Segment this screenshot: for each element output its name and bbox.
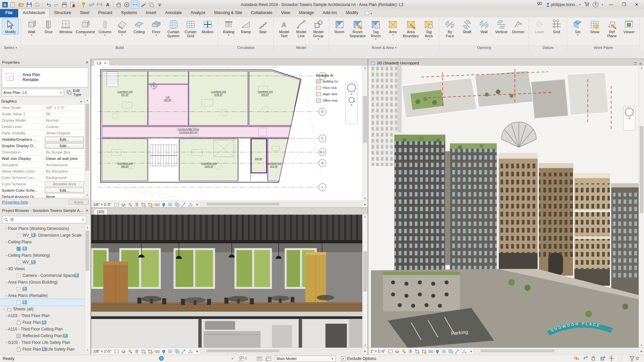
- property-row-color-scheme[interactable]: Color SchemeRentable Area: [0, 181, 85, 187]
- property-row-detail-level[interactable]: Detail LevelCoarse: [0, 124, 85, 130]
- property-row-system-color-sche[interactable]: System Color Sche...Edit...: [0, 187, 85, 194]
- sun-path-icon[interactable]: [127, 202, 133, 207]
- property-row-parts-visibility[interactable]: Parts VisibilityShow Original: [0, 130, 85, 136]
- view-scale-label[interactable]: 1/8" = 1'-0": [93, 202, 111, 206]
- tree-item-sheets-all[interactable]: −Sheets (all): [0, 306, 85, 312]
- design-options-icon[interactable]: [266, 356, 271, 361]
- reveal-hidden-icon[interactable]: [154, 349, 160, 354]
- tree-item-a110-third-floor-ceiling-plan[interactable]: −A110 - Third Floor Ceiling Plan: [0, 326, 85, 333]
- exclude-options-checkbox[interactable]: ✓ Exclude Options: [341, 356, 376, 361]
- signed-in-user[interactable]: philippe.bonn...▾: [546, 2, 581, 7]
- shadows-icon[interactable]: [134, 202, 140, 207]
- tab-analyze[interactable]: Analyze: [186, 9, 210, 17]
- sync-status-icon[interactable]: [618, 356, 623, 362]
- ribbon-button-model-group[interactable]: ModelGroup▾: [310, 18, 327, 41]
- panel-label-work-plane[interactable]: Work Plane: [567, 45, 639, 50]
- close-button[interactable]: ✕: [632, 1, 641, 8]
- text-note-icon[interactable]: A: [104, 1, 111, 8]
- isolate-icon[interactable]: [168, 349, 173, 354]
- ribbon-button-room-separator[interactable]: RoomSeparator: [348, 18, 367, 39]
- browser-search-box[interactable]: l3 ✕: [2, 216, 87, 223]
- project-browser-header[interactable]: Project Browser - Snowdon Towers Sample …: [0, 207, 91, 214]
- ribbon-button-curtain-system[interactable]: CurtainSystem: [165, 18, 182, 39]
- tree-item-ceiling-plans[interactable]: −Ceiling Plans: [0, 239, 85, 245]
- temporary-hide-icon[interactable]: [161, 349, 167, 354]
- scroll-right-icon[interactable]: ►: [363, 349, 368, 354]
- property-row-graphic-display-o[interactable]: Graphic Display O...Edit...: [0, 143, 85, 149]
- move-icon[interactable]: [609, 356, 614, 362]
- tab-collaborate[interactable]: Collaborate: [247, 9, 277, 17]
- tree-item-wv-l3[interactable]: WV_L3: [0, 259, 85, 265]
- temporary-hide-icon[interactable]: [435, 349, 440, 354]
- horizontal-scrollbar[interactable]: [200, 202, 362, 207]
- open-icon[interactable]: [17, 1, 25, 8]
- tree-item-floor-plan-l3[interactable]: Floor Plan: L3: [0, 319, 85, 326]
- reveal-constraints-icon[interactable]: [188, 202, 194, 207]
- properties-help-link[interactable]: Properties help: [2, 200, 28, 204]
- property-row-color-scheme-loc[interactable]: Color Scheme Loc...Background: [0, 175, 85, 181]
- ribbon-button-railing[interactable]: Railing▾: [220, 18, 237, 37]
- visual-style-icon[interactable]: [121, 349, 126, 354]
- sync-icon[interactable]: [34, 1, 41, 8]
- area-tag[interactable]: Corridor/Utility (FloorCommon) 841 SF: [177, 128, 199, 134]
- tree-item-reflected-ceiling-plan-l3[interactable]: Reflected Ceiling Plan: L3: [0, 333, 85, 339]
- close-icon[interactable]: ✕: [104, 61, 107, 65]
- ribbon-button-column[interactable]: Column▾: [97, 18, 113, 37]
- ribbon-button-modify[interactable]: Modify: [2, 18, 19, 35]
- worksharing-display-icon[interactable]: [448, 349, 454, 354]
- edit-revisions-icon[interactable]: [69, 1, 76, 8]
- redo-icon[interactable]: [53, 1, 60, 8]
- panel-label-datum[interactable]: Datum: [529, 45, 567, 50]
- home-3d-icon[interactable]: [115, 1, 122, 8]
- ribbon-button-roof[interactable]: Roof▾: [114, 18, 130, 37]
- tree-item-wv-l3-dimensions-large-scale[interactable]: WV_L3 - Dimensions Large Scale: [0, 232, 85, 239]
- ribbon-button-tag-room[interactable]: 1TagRoom▾: [367, 18, 384, 41]
- view-selector-combo[interactable]: Area Plan: L3▼: [2, 89, 64, 96]
- worksets-button[interactable]: :0: [238, 356, 247, 361]
- ribbon-button-grid[interactable]: Grid: [548, 18, 565, 35]
- reveal-constraints-icon[interactable]: [462, 349, 467, 354]
- ribbon-button-model-text[interactable]: AModelText: [276, 18, 292, 39]
- shadows-icon[interactable]: [408, 349, 414, 354]
- property-row-visibility-graphics[interactable]: Visibility/Graphics ...Edit...: [0, 136, 85, 143]
- ribbon-button-ceiling[interactable]: Ceiling: [131, 18, 148, 35]
- modify-panel-toggle-icon[interactable]: ▾: [365, 11, 372, 17]
- ribbon-button-ref-plane[interactable]: RefPlane: [603, 18, 620, 39]
- print-icon[interactable]: [61, 1, 68, 8]
- visual-style-icon[interactable]: [394, 349, 400, 354]
- grant-request-icon[interactable]: ✕: [583, 356, 588, 362]
- panel-label-build[interactable]: Build: [21, 45, 218, 50]
- displacement-icon[interactable]: [181, 202, 187, 207]
- scroll-left-icon[interactable]: ◄: [468, 349, 473, 354]
- tab-file[interactable]: File: [0, 9, 18, 17]
- ribbon-button-stair[interactable]: Stair: [255, 18, 271, 35]
- ribbon-button-shaft[interactable]: Shaft: [459, 18, 475, 35]
- ribbon-button-room[interactable]: Room: [331, 18, 348, 35]
- tab-systems[interactable]: Systems: [117, 9, 142, 17]
- tab-structure[interactable]: Structure: [50, 9, 75, 17]
- ribbon-button-area[interactable]: Area▾: [384, 18, 401, 37]
- edit-type-button[interactable]: Edit Type: [67, 88, 89, 97]
- tree-item-area-plans-gross-building[interactable]: −Area Plans (Gross Building): [0, 279, 85, 286]
- area-tag[interactable]: 244 SF: [255, 158, 262, 160]
- chevron-down-icon[interactable]: ▼: [231, 357, 234, 360]
- chevron-down-icon[interactable]: ▼: [628, 117, 631, 120]
- ribbon-button-level[interactable]: Level: [531, 18, 548, 35]
- ribbon-button-window[interactable]: Window: [57, 18, 74, 35]
- property-row-show-hidden-lines[interactable]: Show Hidden LinesBy Discipline: [0, 168, 85, 175]
- tab-manage[interactable]: Manage: [294, 9, 318, 17]
- ribbon-button-by-face[interactable]: ByFace: [441, 18, 458, 39]
- undo-icon[interactable]: [45, 1, 52, 8]
- detail-level-icon[interactable]: [114, 349, 120, 354]
- isolate-icon[interactable]: [168, 202, 173, 207]
- editable-only-icon[interactable]: ✕: [600, 356, 605, 362]
- crop-visibility-icon[interactable]: [148, 202, 153, 207]
- tree-item-l3[interactable]: L3: [0, 286, 85, 292]
- property-row-scale-value-1[interactable]: Scale Value 1:96: [0, 111, 85, 117]
- panel-label-room-area[interactable]: Room & Area▾: [329, 45, 439, 50]
- relinquish-icon[interactable]: [591, 356, 597, 362]
- edit-button[interactable]: Edit...: [45, 143, 84, 148]
- revit-logo-icon[interactable]: R: [1, 1, 9, 8]
- type-selector[interactable]: Area PlanRentable: [2, 67, 88, 87]
- zoom-icon[interactable]: [348, 97, 355, 103]
